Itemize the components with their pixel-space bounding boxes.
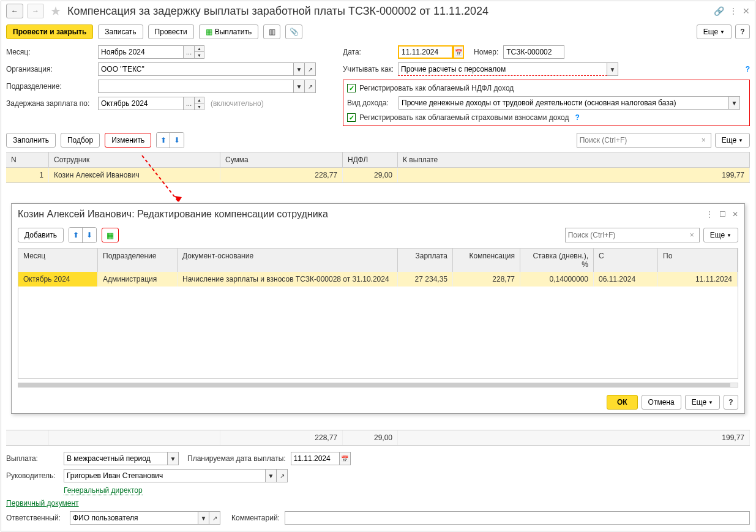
month-picker-button[interactable]: … — [184, 45, 195, 59]
ndfl-label: Регистрировать как облагаемый НДФЛ доход — [359, 84, 514, 92]
popup-add-button[interactable]: Добавить — [18, 228, 64, 242]
comment-input[interactable] — [285, 511, 750, 525]
insurance-help[interactable]: ? — [575, 113, 580, 122]
manager-position-link[interactable]: Генеральный директор — [64, 486, 143, 495]
table-more-button[interactable]: Еще ▼ — [715, 133, 750, 148]
more-button[interactable]: Еще ▼ — [697, 24, 732, 39]
delayed-up[interactable]: ▲ — [195, 97, 204, 103]
star-icon[interactable]: ★ — [50, 4, 61, 18]
dept-open[interactable]: ↗ — [305, 80, 316, 93]
popup-table: Месяц Подразделение Документ-основание З… — [18, 248, 738, 379]
th-ndfl: НДФЛ — [343, 152, 398, 167]
date-input[interactable] — [398, 45, 453, 59]
dept-label: Подразделение: — [6, 82, 95, 91]
comment-label: Комментарий: — [231, 514, 280, 522]
popup-footer-more[interactable]: Еще ▼ — [685, 395, 720, 410]
popup-move-down[interactable]: ⬇ — [83, 228, 96, 242]
change-button[interactable]: Изменить — [105, 133, 151, 148]
org-input[interactable] — [98, 62, 294, 76]
report-icon-button[interactable]: ▥ — [263, 24, 280, 39]
th-payout: К выплате — [398, 152, 750, 167]
popup-cancel-button[interactable]: Отмена — [642, 395, 681, 410]
account-as-label: Учитывать как: — [343, 65, 395, 73]
org-open[interactable]: ↗ — [305, 62, 316, 76]
search-box[interactable]: × — [577, 133, 711, 148]
org-label: Организация: — [6, 65, 95, 73]
help-button[interactable]: ? — [735, 24, 750, 39]
delayed-down[interactable]: ▼ — [195, 103, 204, 110]
payment-dropdown[interactable]: ▼ — [168, 452, 179, 465]
popup-search-clear[interactable]: × — [687, 231, 697, 239]
income-type-label: Вид дохода: — [347, 99, 396, 107]
titlebar: ← → ★ Компенсация за задержку выплаты за… — [1, 1, 755, 21]
income-type-input[interactable] — [399, 96, 729, 110]
month-input[interactable] — [98, 45, 184, 59]
delayed-input[interactable] — [98, 97, 184, 110]
fill-button[interactable]: Заполнить — [6, 133, 56, 148]
manager-open[interactable]: ↗ — [277, 469, 288, 482]
popup-table-row[interactable]: Октябрь 2024 Администрация Начисление за… — [18, 272, 738, 287]
th-n: N — [6, 152, 49, 167]
dept-dropdown[interactable]: ▼ — [294, 80, 305, 93]
date-label: Дата: — [343, 48, 395, 56]
account-as-input[interactable] — [398, 62, 607, 76]
popup-search-box[interactable]: × — [565, 228, 700, 242]
delayed-picker[interactable]: … — [184, 97, 195, 110]
th-sum: Сумма — [220, 152, 343, 167]
responsible-input[interactable] — [70, 511, 198, 525]
popup-maximize-icon[interactable]: ☐ — [719, 210, 726, 219]
nav-back[interactable]: ← — [6, 4, 23, 18]
month-down[interactable]: ▼ — [195, 52, 204, 59]
attach-icon-button[interactable]: 📎 — [285, 24, 302, 39]
payment-input[interactable] — [64, 452, 168, 465]
popup-kebab-icon[interactable]: ⋮ — [706, 210, 713, 219]
number-label: Номер: — [474, 48, 498, 56]
popup-table-icon-button[interactable]: ▦ — [102, 228, 119, 242]
month-up[interactable]: ▲ — [195, 45, 204, 52]
table-toolbar: Заполнить Подбор Изменить ⬆ ⬇ × Еще ▼ — [1, 129, 755, 152]
table-row[interactable]: 1 Козин Алексей Иванович 228,77 29,00 19… — [6, 168, 750, 182]
link-icon[interactable]: 🔗 — [714, 6, 724, 16]
primary-doc-link[interactable]: Первичный документ — [6, 499, 79, 508]
account-as-dropdown[interactable]: ▼ — [607, 62, 618, 76]
employees-table: N Сотрудник Сумма НДФЛ К выплате 1 Козин… — [6, 152, 750, 183]
popup-hscroll[interactable] — [18, 383, 738, 388]
save-button[interactable]: Записать — [98, 24, 143, 39]
income-type-dropdown[interactable]: ▼ — [729, 96, 740, 110]
post-button[interactable]: Провести — [148, 24, 194, 39]
kebab-icon[interactable]: ⋮ — [729, 6, 738, 16]
popup-help-button[interactable]: ? — [724, 395, 738, 410]
planned-date-input[interactable] — [291, 452, 340, 465]
manager-input[interactable] — [64, 469, 266, 482]
search-clear[interactable]: × — [699, 136, 708, 144]
responsible-dropdown[interactable]: ▼ — [198, 511, 209, 525]
manager-dropdown[interactable]: ▼ — [266, 469, 277, 482]
tax-settings-box: ✓ Регистрировать как облагаемый НДФЛ дох… — [343, 80, 750, 126]
pick-button[interactable]: Подбор — [61, 133, 100, 148]
nav-forward[interactable]: → — [27, 4, 44, 18]
svg-marker-1 — [174, 196, 182, 202]
ndfl-checkbox[interactable]: ✓ — [347, 84, 356, 92]
popup-ok-button[interactable]: ОК — [607, 395, 638, 410]
month-label: Месяц: — [6, 48, 95, 56]
planned-date-calendar[interactable]: 📅 — [340, 452, 351, 465]
account-as-help[interactable]: ? — [746, 65, 750, 73]
date-calendar[interactable]: 📅 — [453, 45, 464, 59]
popup-more-button[interactable]: Еще ▼ — [703, 228, 738, 242]
insurance-checkbox[interactable]: ✓ — [347, 113, 356, 122]
responsible-open[interactable]: ↗ — [209, 511, 220, 525]
post-close-button[interactable]: Провести и закрыть — [6, 24, 93, 39]
popup-move-up[interactable]: ⬆ — [69, 228, 83, 242]
popup-close-icon[interactable]: ✕ — [732, 210, 738, 219]
search-input[interactable] — [580, 136, 699, 144]
move-down-button[interactable]: ⬇ — [170, 133, 184, 148]
responsible-label: Ответственный: — [6, 514, 67, 522]
move-up-button[interactable]: ⬆ — [157, 133, 170, 148]
dept-input[interactable] — [98, 80, 294, 93]
org-dropdown[interactable]: ▼ — [294, 62, 305, 76]
number-input[interactable] — [503, 45, 564, 59]
planned-date-label: Планируемая дата выплаты: — [187, 454, 286, 463]
pay-button[interactable]: ▦ Выплатить — [199, 24, 259, 39]
popup-search-input[interactable] — [568, 231, 687, 239]
close-icon[interactable]: ✕ — [743, 6, 750, 16]
